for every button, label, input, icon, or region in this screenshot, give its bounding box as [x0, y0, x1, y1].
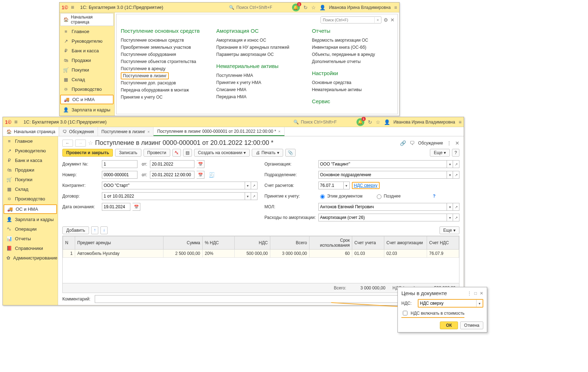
- end-input[interactable]: [102, 203, 130, 211]
- sidebar-item-bank[interactable]: ₽Банк и касса: [3, 156, 58, 165]
- sidebar-item-ops[interactable]: ᴬₖОперации: [3, 224, 58, 234]
- panel-search-input[interactable]: [321, 17, 374, 23]
- calendar-icon[interactable]: 📅: [132, 203, 140, 211]
- help-icon[interactable]: ?: [433, 194, 436, 199]
- link-settings-nma[interactable]: Нематериальные активы: [312, 86, 393, 93]
- col-total[interactable]: Всего: [270, 236, 309, 250]
- sidebar-item-reports[interactable]: 📊Отчеты: [3, 234, 58, 243]
- close-icon[interactable]: ×: [278, 129, 280, 133]
- sidebar-item-warehouse[interactable]: ▦Склад: [3, 184, 58, 194]
- sidebar-item-salary[interactable]: 👤Зарплата и кадры: [3, 215, 58, 224]
- amort-input[interactable]: [318, 214, 447, 221]
- num-input[interactable]: [102, 171, 137, 179]
- open-ref-icon[interactable]: ↗: [453, 214, 459, 221]
- more-icon[interactable]: ⋮: [467, 291, 472, 296]
- link-nma-receipt[interactable]: Поступление НМА: [216, 72, 297, 79]
- sidebar-item-os-nma[interactable]: 🚚ОС и НМА: [60, 95, 114, 104]
- menu-icon[interactable]: ≡: [459, 119, 462, 125]
- nds-value-input[interactable]: [418, 300, 476, 307]
- cell-subject[interactable]: Автомобиль Hyunday: [75, 250, 163, 258]
- sidebar-item-sales[interactable]: 🛍Продажи: [59, 56, 114, 65]
- doc-date-input[interactable]: [150, 160, 194, 168]
- link-nma-accept[interactable]: Принятие к учету НМА: [216, 79, 297, 86]
- notifications-icon[interactable]: 🔔 1: [292, 4, 300, 11]
- cancel-button[interactable]: Отмена: [460, 321, 483, 329]
- cell-nds[interactable]: 500 000,00: [235, 250, 270, 258]
- history-icon[interactable]: ↻: [303, 5, 308, 10]
- sidebar-item-admin[interactable]: ✿Администрирование: [3, 253, 58, 263]
- link-accept-os[interactable]: Принятие к учету ОС: [121, 94, 202, 101]
- acc-input[interactable]: [318, 182, 343, 189]
- col-subject[interactable]: Предмет аренды: [75, 236, 163, 250]
- close-icon[interactable]: ✕: [455, 140, 459, 146]
- link-report-rent[interactable]: Объекты, переданные в аренду: [312, 51, 393, 58]
- chevron-down-icon[interactable]: ▾: [447, 203, 453, 211]
- link-amort-wear[interactable]: Амортизация и износ ОС: [216, 37, 297, 44]
- link-report-book[interactable]: Инвентарная книга (ОС-6б): [312, 44, 393, 51]
- link-settings-os[interactable]: Основные средства: [312, 79, 393, 86]
- sidebar-item-production[interactable]: ⛭Производство: [3, 194, 58, 204]
- col-pct[interactable]: % НДС: [203, 236, 235, 250]
- col-ndsacc[interactable]: Счет НДС: [427, 236, 459, 250]
- global-search[interactable]: 🔍: [293, 119, 354, 125]
- calendar-icon[interactable]: 📅: [197, 171, 204, 179]
- help-button[interactable]: ?: [452, 149, 459, 157]
- calendar-icon[interactable]: 📅: [197, 160, 204, 168]
- sidebar-item-warehouse[interactable]: ▦Склад: [59, 75, 114, 84]
- nds-combo[interactable]: ▾: [418, 299, 483, 308]
- open-ref-icon[interactable]: ↗: [453, 160, 459, 168]
- col-acc[interactable]: Счет учета: [352, 236, 384, 250]
- dog-input[interactable]: [102, 192, 245, 200]
- home-tab[interactable]: 🏠 Начальная страница: [3, 127, 59, 136]
- num-dt-input[interactable]: [150, 171, 194, 179]
- chevron-down-icon[interactable]: ▾: [447, 214, 453, 221]
- radio-input[interactable]: [377, 194, 381, 199]
- sidebar-item-manager[interactable]: ↗Руководителю: [59, 36, 114, 46]
- close-icon[interactable]: ✕: [480, 291, 483, 296]
- link-rent-pay[interactable]: Признание в НУ арендных платежей: [216, 44, 297, 51]
- link-amort-params[interactable]: Параметры амортизации ОС: [216, 51, 297, 58]
- sidebar-item-salary[interactable]: 👤Зарплата и кадры: [59, 105, 114, 115]
- link-equip[interactable]: Поступление оборудования: [121, 51, 202, 58]
- menu-icon[interactable]: ≡: [394, 5, 397, 10]
- notifications-icon[interactable]: 🔔 1: [357, 118, 364, 126]
- col-nds[interactable]: НДС: [235, 236, 270, 250]
- pod-input[interactable]: [318, 171, 447, 179]
- link-receipt-os[interactable]: Поступление основных средств: [121, 37, 202, 44]
- history-icon[interactable]: ↻: [368, 119, 372, 125]
- dt-kt-button[interactable]: ᴬₖ: [172, 149, 181, 157]
- cell-n[interactable]: 1: [63, 250, 75, 258]
- link-leasing[interactable]: Поступление в лизинг: [121, 72, 169, 79]
- chevron-down-icon[interactable]: ▾: [245, 182, 251, 189]
- open-ref-icon[interactable]: ↗: [251, 182, 257, 189]
- hamburger-icon[interactable]: ≡: [14, 119, 21, 125]
- cell-ndsacc[interactable]: 76.07.9: [427, 250, 459, 258]
- more-icon[interactable]: ⋮: [447, 140, 452, 146]
- hamburger-icon[interactable]: ≡: [71, 4, 77, 11]
- discussion-icon[interactable]: 🗨: [410, 140, 415, 146]
- tab-discussions[interactable]: 🗨 Обсуждения: [59, 127, 98, 136]
- open-ref-icon[interactable]: ↗: [453, 171, 459, 179]
- attach-button[interactable]: 📎: [285, 149, 296, 157]
- radio-later[interactable]: Позднее: [375, 193, 427, 199]
- link-report-extra[interactable]: Дополнительные отчеты: [312, 58, 393, 65]
- post-close-button[interactable]: Провести и закрыть: [62, 149, 113, 157]
- post-button[interactable]: Провести: [144, 149, 170, 157]
- link-nma-transfer[interactable]: Передача НМА: [216, 93, 297, 100]
- chevron-down-icon[interactable]: ▾: [447, 171, 453, 179]
- link-icon[interactable]: 🔗: [400, 140, 406, 146]
- tab-leasing-doc[interactable]: Поступление в лизинг 0000-000001 от 20.0…: [153, 127, 284, 136]
- open-ref-icon[interactable]: ↗: [453, 203, 459, 211]
- col-term[interactable]: Срок использования: [309, 236, 352, 250]
- sidebar-item-os-nma[interactable]: 🚚ОС и НМА: [4, 204, 57, 214]
- receipt-icon[interactable]: 🧾: [209, 172, 215, 178]
- radio-input[interactable]: [320, 194, 325, 199]
- cell-total[interactable]: 3 000 000,00: [270, 250, 309, 258]
- more-button[interactable]: Еще ▾: [430, 149, 450, 157]
- cell-term[interactable]: 60: [309, 250, 352, 258]
- col-n[interactable]: N: [63, 236, 75, 250]
- open-ref-icon[interactable]: ↗: [251, 192, 257, 200]
- move-down-button[interactable]: ↓: [100, 226, 108, 234]
- sidebar-item-manager[interactable]: ↗Руководителю: [3, 146, 58, 156]
- move-up-button[interactable]: ↑: [91, 226, 98, 234]
